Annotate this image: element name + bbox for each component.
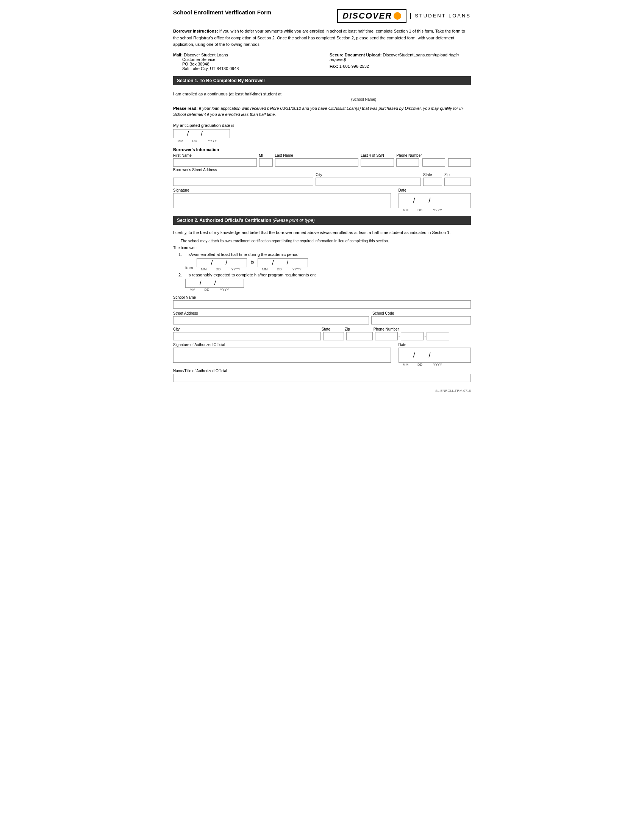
name-title-group: Name/Title of Authorized Official [173, 369, 471, 382]
phone-dash-1: - [420, 160, 421, 167]
to-yyyy-input[interactable] [290, 259, 305, 267]
from-yyyy-input[interactable] [229, 259, 244, 267]
school-name-input-s2[interactable] [173, 300, 471, 309]
school-state-input[interactable] [323, 332, 344, 340]
mi-input[interactable] [259, 158, 273, 167]
from-mm-input[interactable] [199, 259, 210, 267]
graduation-date-field[interactable]: / / [173, 129, 230, 138]
official-date-labels: MM DD YYYY [399, 363, 471, 367]
item2-slash2: / [213, 280, 217, 286]
certify-text: I certify, to the best of my knowledge a… [173, 230, 471, 236]
item2-date-group: / / MM DD YYYY [173, 279, 471, 291]
official-slash1: / [412, 351, 417, 359]
phone-ext-input[interactable] [448, 158, 471, 167]
school-city-input[interactable] [173, 332, 321, 340]
school-address-code-row [173, 316, 471, 325]
school-phone-num-input[interactable] [401, 332, 423, 340]
date-slash-2: / [200, 130, 203, 137]
sig-date-field[interactable]: / / [399, 193, 471, 208]
school-phone-ext-input[interactable] [427, 332, 449, 340]
last-name-input[interactable] [275, 158, 359, 167]
school-zip-input[interactable] [346, 332, 373, 340]
borrower-info-section: Borrower's Information First Name MI Las… [173, 147, 471, 212]
from-dd-input[interactable] [214, 259, 224, 267]
phone-area-input[interactable] [396, 158, 419, 167]
name-title-input[interactable] [173, 374, 471, 382]
item2-mm-input[interactable] [188, 279, 198, 287]
discover-logo: DISCOVER STUDENT LOANS [337, 9, 471, 23]
official-date-yyyy-input[interactable] [432, 351, 448, 359]
please-read-block: Please read: If your loan application wa… [173, 105, 471, 118]
zip-input[interactable] [444, 178, 471, 186]
school-name-input[interactable] [284, 90, 471, 97]
sig-group: Signature [173, 188, 391, 208]
item2-dd-input[interactable] [202, 279, 213, 287]
to-date-field[interactable]: / / [258, 258, 308, 267]
to-date-labels: MM DD YYYY [258, 267, 308, 271]
from-slash2: / [224, 259, 228, 266]
borrower-instructions: Borrower Instructions: If you wish to de… [173, 28, 471, 48]
section1-header: Section 1. To Be Completed By Borrower [173, 76, 471, 85]
item2-row: 2. Is reasonably expected to complete hi… [173, 273, 471, 277]
sig-date-slash2: / [427, 196, 432, 204]
borrower-address-label: Borrower's Street Address [173, 167, 471, 172]
ssn-input[interactable] [361, 158, 394, 167]
from-date-field[interactable]: / / [196, 258, 247, 267]
graduation-dd-input[interactable] [189, 130, 200, 138]
official-sig-group: Signature of Authorized Official [173, 343, 391, 363]
official-slash2: / [427, 351, 432, 359]
city-input[interactable] [316, 178, 421, 186]
school-address-code-labels: Street Address School Code [173, 311, 471, 315]
footer: SL.ENROLL.FRM.0716 [173, 389, 471, 392]
school-name-group: School Name [173, 295, 471, 309]
official-date-field[interactable]: / / [399, 347, 471, 363]
to-date-group: / / MM DD YYYY [258, 258, 308, 271]
from-date-labels: MM DD YYYY [196, 267, 247, 271]
item2-yyyy-input[interactable] [217, 279, 233, 287]
state-input[interactable] [423, 178, 442, 186]
item1-row: 1. Is/was enrolled at least half-time du… [173, 252, 471, 257]
enrolled-row: I am enrolled as a continuous (at least … [173, 90, 471, 97]
first-name-input[interactable] [173, 158, 257, 167]
sig-input[interactable] [173, 193, 391, 208]
to-dd-input[interactable] [275, 259, 286, 267]
official-date-group: Date / / MM DD YYYY [399, 343, 471, 367]
school-code-input[interactable] [371, 316, 471, 325]
school-phone-area-input[interactable] [375, 332, 398, 340]
school-phone-dash-1: - [399, 334, 400, 340]
street-address-input[interactable] [173, 178, 313, 186]
state-group: State [423, 173, 442, 186]
graduation-label: My anticipated graduation date is [173, 123, 471, 128]
sig-date-dd-input[interactable] [417, 196, 427, 205]
mi-group: MI [259, 153, 273, 167]
sig-date-labels: MM DD YYYY [399, 208, 471, 212]
official-sig-date-row: Signature of Authorized Official Date / … [173, 343, 471, 367]
last-name-group: Last Name [275, 153, 359, 167]
graduation-yyyy-input[interactable] [203, 130, 219, 138]
graduation-mm-input[interactable] [176, 130, 187, 138]
sig-date-yyyy-input[interactable] [432, 196, 448, 205]
to-mm-input[interactable] [260, 259, 271, 267]
item2-date-field[interactable]: / / [185, 279, 244, 288]
from-slash1: / [210, 259, 214, 266]
official-date-mm-input[interactable] [401, 351, 412, 359]
borrower-label: The borrower: [173, 245, 471, 251]
contact-info: Mail: Discover Student Loans Customer Se… [173, 53, 471, 71]
attach-note: The school may attach its own enrollment… [173, 238, 471, 244]
discover-text: DISCOVER [343, 11, 392, 21]
item2-slash1: / [198, 280, 202, 286]
school-name-caption: {School Name} [173, 97, 471, 101]
borrower-address-row: City State Zip [173, 173, 471, 186]
sig-date-mm-input[interactable] [401, 196, 412, 205]
phone-number-input[interactable] [422, 158, 445, 167]
phone-dash-2: - [446, 160, 448, 167]
date-range-row: from / / MM DD YYYY to / / MM DD YYYY [173, 258, 471, 271]
school-street-input[interactable] [173, 316, 369, 325]
discover-wordmark: DISCOVER [337, 9, 406, 23]
to-slash2: / [286, 259, 290, 266]
official-sig-input[interactable] [173, 347, 391, 363]
form-title: School Enrollment Verification Form [173, 9, 271, 16]
phone-row: - - [396, 158, 471, 167]
official-date-dd-input[interactable] [417, 351, 427, 359]
item2-date-labels: MM DD YYYY [185, 288, 244, 291]
